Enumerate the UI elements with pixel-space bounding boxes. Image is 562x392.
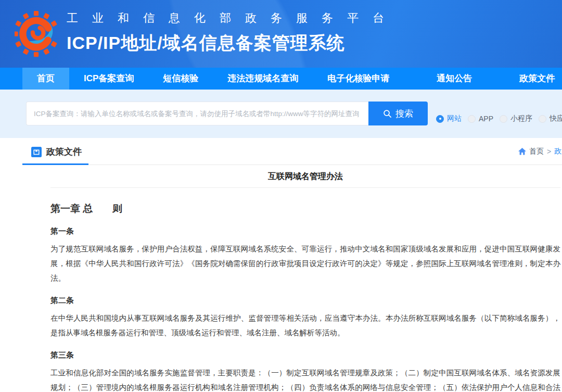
article: 互联网域名管理办法 第一章 总 则 第一条 为了规范互联网域名服务，保护用户合法… [50, 165, 562, 392]
article-section-text: 为了规范互联网域名服务，保护用户合法权益，保障互联网域名系统安全、可靠运行，推动… [50, 242, 560, 285]
nav-item-notices[interactable]: 通知公告 [422, 68, 487, 90]
breadcrumb-home-link[interactable]: 首页 [529, 147, 544, 156]
site-header: 工业和信息化部政务服务平台 ICP/IP地址/域名信息备案管理系统 [0, 0, 562, 68]
miit-gear-e-logo-icon [15, 3, 57, 60]
article-section-heading: 第二条 [50, 293, 560, 308]
policy-file-icon [31, 147, 42, 157]
nav-item-e-verify-apply[interactable]: 电子化核验申请 [313, 68, 404, 90]
radio-dot-icon [468, 115, 476, 123]
nav-item-policy-files[interactable]: 政策文件 [505, 68, 562, 90]
search-input[interactable] [26, 102, 368, 125]
chapter-heading: 第一章 总 则 [50, 201, 560, 216]
search-type-radios: 网站 APP 小程序 快应用 [436, 114, 562, 123]
radio-dot-icon [436, 115, 444, 123]
search-button[interactable]: 搜索 [368, 102, 428, 125]
article-section-text: 工业和信息化部对全国的域名服务实施监督管理，主要职责是：（一）制定互联网域名管理… [50, 365, 560, 392]
section-title: 政策文件 [46, 146, 82, 158]
radio-website[interactable]: 网站 [436, 114, 462, 123]
nav-item-icp-query[interactable]: ICP备案查询 [69, 68, 148, 90]
radio-app[interactable]: APP [468, 115, 493, 123]
main-nav: 首页 ICP备案查询 短信核验 违法违规域名查询 电子化核验申请 通知公告 政策… [0, 68, 562, 90]
article-section-heading: 第三条 [50, 348, 560, 362]
nav-item-home[interactable]: 首页 [22, 68, 69, 90]
search-section: 搜索 网站 APP 小程序 快应用 [0, 90, 562, 138]
section-divider [22, 165, 562, 165]
search-icon [383, 109, 392, 118]
radio-mini-program[interactable]: 小程序 [500, 114, 532, 123]
breadcrumb: 首页 > 政策文件 [518, 147, 562, 156]
breadcrumb-current-link[interactable]: 政策文件 [554, 147, 562, 156]
nav-item-illegal-domain-query[interactable]: 违法违规域名查询 [213, 68, 313, 90]
article-title: 互联网域名管理办法 [50, 165, 560, 188]
content-panel: 政策文件 首页 > 政策文件 互联网域名管理办法 第一章 总 则 第一条 为了规… [0, 138, 562, 392]
breadcrumb-separator: > [547, 147, 551, 156]
radio-quick-app[interactable]: 快应用 [539, 114, 562, 123]
article-section-text: 在中华人民共和国境内从事互联网域名服务及其运行维护、监督管理等相关活动，应当遵守… [50, 311, 560, 340]
article-section-heading: 第一条 [50, 224, 560, 238]
nav-item-sms-verify[interactable]: 短信核验 [148, 68, 213, 90]
platform-name: 工业和信息化部政务服务平台 [67, 10, 398, 26]
section-tab-underline [22, 163, 88, 165]
page-title: ICP/IP地址/域名信息备案管理系统 [67, 31, 398, 55]
home-icon [518, 148, 526, 155]
radio-dot-icon [539, 115, 546, 123]
section-header-row: 政策文件 首页 > 政策文件 [0, 138, 562, 165]
radio-dot-icon [500, 115, 507, 123]
search-button-label: 搜索 [395, 108, 413, 120]
section-tab-policy-files: 政策文件 [31, 146, 82, 158]
